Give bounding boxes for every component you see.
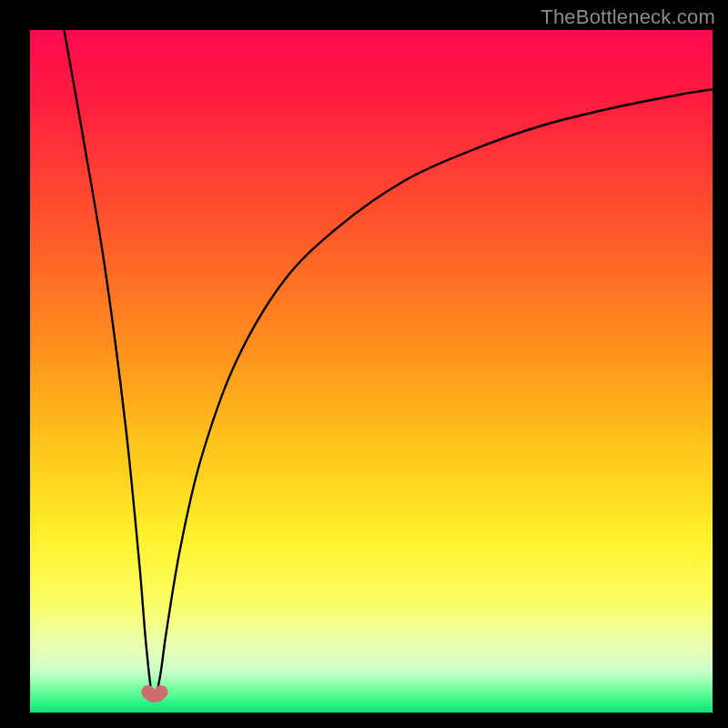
bottleneck-curve [65, 30, 713, 700]
min-marker-2 [155, 685, 168, 699]
plot-area [30, 30, 713, 713]
watermark-text: TheBottleneck.com [541, 5, 715, 29]
curve-layer [30, 30, 713, 713]
min-marker-1 [141, 685, 155, 699]
outer-frame: TheBottleneck.com [0, 0, 728, 728]
